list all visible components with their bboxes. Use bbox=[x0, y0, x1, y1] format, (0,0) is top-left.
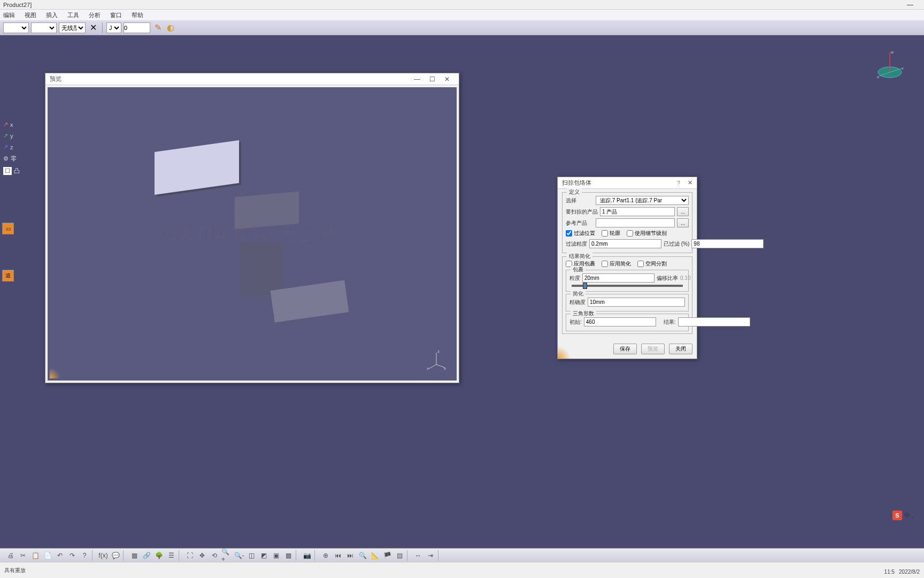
camera-icon[interactable]: 📷 bbox=[302, 550, 312, 561]
ref-product-browse-button[interactable]: ... bbox=[677, 218, 689, 227]
app-title: Product27] bbox=[3, 2, 32, 8]
measure-icon[interactable]: 📐 bbox=[369, 550, 380, 561]
dialog-help-icon[interactable]: ? bbox=[677, 180, 680, 186]
view2-icon[interactable]: ◩ bbox=[258, 550, 269, 561]
dim-icon[interactable]: ↔ bbox=[413, 550, 424, 561]
zoom-fit-icon[interactable]: ⛶ bbox=[184, 550, 195, 561]
preview-canvas[interactable]: CATIA教学-天之初 zyx bbox=[45, 85, 459, 383]
dialog-close-icon[interactable]: ✕ bbox=[688, 179, 692, 186]
menu-analyze[interactable]: 分析 bbox=[89, 11, 101, 19]
menu-view[interactable]: 视图 bbox=[25, 11, 36, 19]
fx-icon[interactable]: f(x) bbox=[98, 550, 109, 561]
target-icon[interactable]: ⊕ bbox=[320, 550, 331, 561]
initial-field[interactable] bbox=[584, 317, 656, 326]
menu-tools[interactable]: 工具 bbox=[67, 11, 79, 19]
definition-legend: 定义 bbox=[567, 188, 582, 196]
tree-icon[interactable]: 🌳 bbox=[153, 550, 164, 561]
forward-icon[interactable]: ⏭ bbox=[345, 550, 356, 561]
preview-minimize-icon[interactable]: — bbox=[410, 73, 425, 85]
tree-x[interactable]: ↗x bbox=[3, 121, 20, 128]
result-field[interactable] bbox=[678, 317, 750, 326]
result-label: 结果: bbox=[664, 318, 676, 326]
preview-button[interactable]: 预览 bbox=[641, 344, 665, 354]
axis-gizmo[interactable]: zyx bbox=[426, 348, 447, 371]
link-icon[interactable]: 🔗 bbox=[141, 550, 152, 561]
preview-maximize-icon[interactable]: ☐ bbox=[425, 73, 440, 85]
toolbar-value[interactable] bbox=[124, 22, 150, 33]
zoom-out-icon[interactable]: 🔍- bbox=[234, 550, 244, 561]
separator bbox=[102, 22, 103, 33]
cut-icon[interactable]: ✂ bbox=[18, 550, 28, 561]
offset-ratio-slider[interactable] bbox=[572, 285, 683, 287]
tree-zero[interactable]: ⚙零 bbox=[3, 155, 20, 163]
ref-product-field[interactable] bbox=[596, 218, 675, 227]
brush-icon[interactable]: ✎ bbox=[152, 22, 163, 33]
compass-icon[interactable]: w v u bbox=[874, 48, 906, 80]
ref-product-label: 参考产品 bbox=[566, 219, 594, 227]
view3-icon[interactable]: ▣ bbox=[271, 550, 281, 561]
exit-icon[interactable]: ⇥ bbox=[425, 550, 436, 561]
menu-insert[interactable]: 插入 bbox=[46, 11, 58, 19]
precision-field[interactable] bbox=[588, 298, 685, 307]
close-button[interactable]: 关闭 bbox=[669, 344, 692, 354]
help-icon[interactable]: ? bbox=[79, 550, 90, 561]
scan-product-field[interactable] bbox=[600, 207, 675, 216]
status-date: 2022/8/2 bbox=[899, 569, 920, 575]
dialog-title: 扫掠包络体 bbox=[562, 179, 677, 187]
save-button[interactable]: 保存 bbox=[613, 344, 637, 354]
view4-icon[interactable]: ▦ bbox=[283, 550, 294, 561]
toolbar-linetype[interactable]: 无线型 bbox=[59, 22, 86, 33]
preview-close-icon[interactable]: ✕ bbox=[440, 73, 455, 85]
scan-product-browse-button[interactable]: ... bbox=[677, 207, 689, 216]
zoom-in-icon[interactable]: 🔍+ bbox=[221, 550, 232, 561]
filter-position-checkbox[interactable]: 过滤位置 bbox=[566, 230, 595, 237]
filtered-pct-field[interactable] bbox=[691, 239, 764, 248]
rewind-icon[interactable]: ⏮ bbox=[333, 550, 343, 561]
grid-icon[interactable]: ▦ bbox=[129, 550, 140, 561]
comment-icon[interactable]: 💬 bbox=[110, 550, 121, 561]
menu-edit[interactable]: 编辑 bbox=[3, 11, 15, 19]
flag-icon[interactable]: 🏴 bbox=[382, 550, 392, 561]
ime-mode: 中 , bbox=[904, 512, 913, 520]
tree-y[interactable]: ↗y bbox=[3, 132, 20, 139]
print-icon[interactable]: 🖨 bbox=[5, 550, 16, 561]
toolbar-curve[interactable]: J bbox=[106, 22, 121, 33]
copy-icon[interactable]: 📋 bbox=[30, 550, 41, 561]
contour-checkbox[interactable]: 轮廓 bbox=[602, 230, 620, 237]
use-detail-checkbox[interactable]: 使用细节级别 bbox=[627, 230, 667, 237]
undo-icon[interactable]: ↶ bbox=[55, 550, 65, 561]
space-split-checkbox[interactable]: 空间分割 bbox=[637, 260, 667, 268]
side-tool-trace[interactable]: 追 bbox=[2, 270, 14, 282]
dialog-corner-icon bbox=[558, 346, 571, 359]
bulb-icon[interactable]: ◐ bbox=[165, 22, 176, 33]
search-icon[interactable]: 🔍 bbox=[357, 550, 368, 561]
toolbar-x-icon[interactable]: ✕ bbox=[88, 22, 98, 33]
filter-precision-field[interactable] bbox=[589, 239, 661, 248]
menu-help[interactable]: 帮助 bbox=[132, 11, 143, 19]
preview-titlebar[interactable]: 预览 — ☐ ✕ bbox=[45, 73, 459, 85]
side-tool-1[interactable]: ▭ bbox=[2, 223, 14, 234]
redo-icon[interactable]: ↷ bbox=[67, 550, 78, 561]
apply-simplify-checkbox[interactable]: 应用简化 bbox=[602, 260, 631, 268]
list-icon[interactable]: ☰ bbox=[166, 550, 176, 561]
pan-icon[interactable]: ✥ bbox=[197, 550, 207, 561]
workspace-3d[interactable]: ↗x ↗y ↗z ⚙零 ☐凸 ▭ 追 预览 — ☐ ✕ CATIA教学-天之初 … bbox=[0, 35, 924, 551]
layer-icon[interactable]: ▤ bbox=[394, 550, 405, 561]
scan-product-label: 要扫掠的产品 bbox=[566, 208, 598, 216]
ime-indicator[interactable]: S 中 , bbox=[892, 511, 913, 520]
rotate-icon[interactable]: ⟲ bbox=[209, 550, 220, 561]
dialog-titlebar[interactable]: 扫掠包络体 ? ✕ bbox=[558, 177, 697, 189]
tree-z[interactable]: ↗z bbox=[3, 143, 20, 150]
grain-field[interactable] bbox=[582, 273, 654, 283]
toolbar-select-1[interactable] bbox=[3, 22, 29, 33]
status-message: 具有重放 bbox=[4, 567, 26, 574]
toolbar-select-2[interactable] bbox=[31, 22, 57, 33]
tree-item-geom[interactable]: ☐凸 bbox=[3, 167, 20, 175]
select-field[interactable]: 追踪.7 Part1.1 (追踪.7 Par bbox=[596, 196, 689, 205]
menu-window[interactable]: 窗口 bbox=[110, 11, 122, 19]
svg-text:u: u bbox=[877, 75, 879, 79]
paste-icon[interactable]: 📄 bbox=[42, 550, 53, 561]
preview-title: 预览 bbox=[50, 75, 410, 83]
view1-icon[interactable]: ◫ bbox=[246, 550, 257, 561]
window-minimize-icon[interactable]: — bbox=[907, 1, 913, 9]
